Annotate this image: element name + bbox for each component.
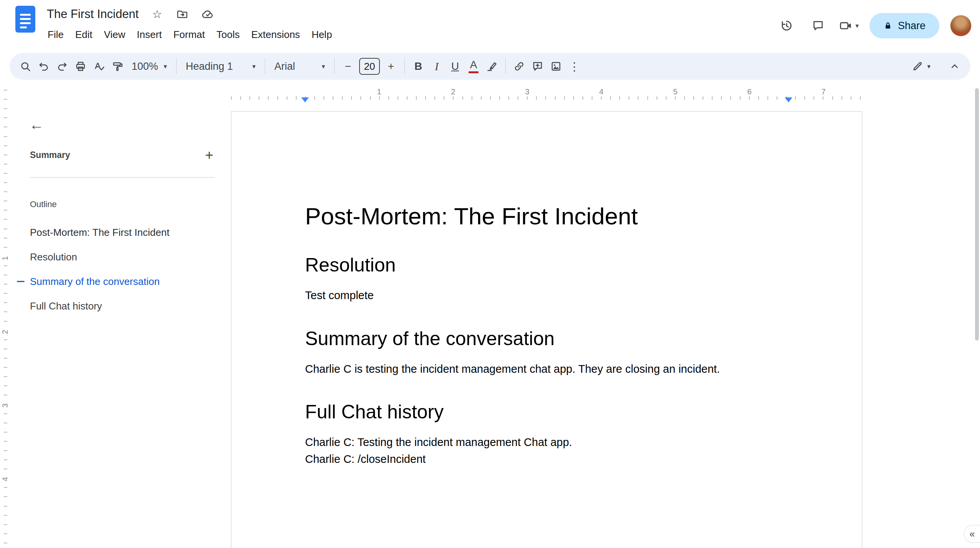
document-page[interactable]: Post-Mortem: The First Incident Resoluti… — [231, 111, 862, 548]
menu-view[interactable]: View — [99, 27, 130, 43]
toolbar-divider — [176, 58, 177, 74]
chevron-down-icon: ▾ — [252, 63, 256, 70]
summary-heading: Summary — [30, 150, 70, 160]
image-icon — [550, 61, 562, 72]
close-outline-button[interactable]: ← — [25, 114, 48, 136]
doc-heading[interactable]: Summary of the conversation — [305, 327, 789, 350]
doc-section-chat-history: Full Chat history Charlie C: Testing the… — [305, 400, 789, 467]
zoom-select[interactable]: 100% ▾ — [127, 58, 172, 75]
editing-mode-select[interactable]: ▾ — [912, 58, 931, 75]
ruler-label: 4 — [599, 87, 603, 96]
highlighter-icon — [486, 61, 498, 72]
add-comment-icon — [532, 61, 543, 72]
undo-button[interactable] — [35, 58, 53, 75]
doc-paragraph[interactable]: Charlie C: /closeIncident — [305, 451, 789, 468]
logo-line — [20, 22, 31, 24]
hide-menus-button[interactable] — [946, 58, 964, 75]
font-size-input[interactable]: 20 — [359, 58, 380, 75]
back-arrow-icon: ← — [29, 117, 44, 133]
menu-help[interactable]: Help — [307, 27, 337, 43]
collapse-chevrons-icon: « — [970, 528, 975, 540]
add-summary-button[interactable]: + — [202, 147, 216, 163]
move-folder-icon[interactable] — [175, 7, 189, 21]
text-color-button[interactable]: A — [465, 58, 482, 75]
redo-button[interactable] — [53, 58, 71, 75]
outline-item-post-mortem[interactable]: Post-Mortem: The First Incident — [11, 220, 223, 245]
horizontal-ruler: 1 2 3 4 5 6 7 — [0, 87, 980, 101]
print-button[interactable] — [72, 58, 89, 75]
highlight-color-button[interactable] — [483, 58, 501, 75]
avatar[interactable] — [950, 15, 972, 36]
join-call-button[interactable]: ▾ — [839, 19, 859, 32]
share-label: Share — [898, 20, 926, 32]
spellcheck-button[interactable] — [90, 58, 108, 75]
menu-tools[interactable]: Tools — [212, 27, 244, 43]
star-icon[interactable]: ☆ — [150, 7, 164, 21]
chevron-down-icon: ▾ — [855, 23, 859, 29]
version-history-button[interactable] — [776, 15, 797, 36]
document-title[interactable]: The First Incident — [47, 7, 139, 21]
menu-insert[interactable]: Insert — [132, 27, 167, 43]
underline-button[interactable]: U — [446, 58, 464, 75]
doc-title-heading[interactable]: Post-Mortem: The First Incident — [305, 202, 789, 230]
share-button[interactable]: Share — [869, 13, 939, 38]
underline-icon: U — [451, 61, 459, 72]
search-menus-button[interactable] — [16, 58, 34, 75]
italic-button[interactable]: I — [428, 58, 445, 75]
paragraph-style-select[interactable]: Heading 1 ▾ — [181, 58, 260, 75]
doc-heading[interactable]: Resolution — [305, 253, 789, 276]
document-content[interactable]: Post-Mortem: The First Incident Resoluti… — [231, 112, 862, 467]
add-comment-button[interactable] — [529, 58, 546, 75]
more-vertical-icon: ⋮ — [569, 60, 580, 73]
outline-item-resolution[interactable]: Resolution — [11, 245, 223, 269]
scrollbar-thumb[interactable] — [975, 88, 979, 341]
current-position-dash — [17, 281, 25, 282]
header: The First Incident ☆ File Edit View Inse… — [0, 0, 980, 51]
right-indent-marker[interactable] — [785, 97, 792, 102]
ruler-label: 3 — [525, 87, 529, 96]
menu-file[interactable]: File — [43, 27, 68, 43]
doc-heading[interactable]: Full Chat history — [305, 400, 789, 423]
cloud-icon — [201, 8, 214, 20]
print-icon — [75, 61, 86, 72]
text-color-swatch — [469, 71, 478, 73]
paint-format-button[interactable] — [109, 58, 126, 75]
folder-icon — [177, 8, 188, 20]
toolbar-divider — [265, 58, 265, 74]
show-side-panel-button[interactable]: « — [964, 525, 980, 543]
title-row: The First Incident ☆ — [47, 5, 214, 23]
doc-paragraph[interactable]: Charlie C is testing the incident manage… — [305, 361, 789, 378]
logo-line — [20, 26, 27, 28]
outline-item-summary-of-conversation[interactable]: Summary of the conversation — [11, 269, 223, 294]
insert-image-button[interactable] — [547, 58, 565, 75]
comments-button[interactable] — [808, 15, 828, 36]
decrease-font-size-button[interactable]: − — [339, 58, 357, 75]
outline-item-full-chat-history[interactable]: Full Chat history — [11, 294, 223, 318]
redo-icon — [56, 61, 68, 72]
menu-format[interactable]: Format — [169, 27, 210, 43]
video-camera-icon — [839, 19, 852, 32]
doc-paragraph[interactable]: Charlie C: Testing the incident manageme… — [305, 434, 789, 451]
header-actions: ▾ Share — [776, 0, 972, 51]
text-color-icon: A — [469, 59, 478, 73]
menu-extensions[interactable]: Extensions — [247, 27, 305, 43]
doc-paragraph[interactable]: Test complete — [305, 287, 789, 304]
search-icon — [20, 61, 31, 72]
menu-edit[interactable]: Edit — [71, 27, 97, 43]
insert-link-button[interactable] — [510, 58, 528, 75]
paint-roller-icon — [112, 61, 123, 72]
font-family-select[interactable]: Arial ▾ — [270, 58, 330, 75]
chevron-down-icon: ▾ — [927, 63, 931, 70]
ruler-label: 4 — [1, 474, 10, 485]
more-options-button[interactable]: ⋮ — [566, 58, 583, 75]
logo-line — [20, 14, 31, 16]
left-indent-marker[interactable] — [301, 97, 309, 102]
cloud-status-icon[interactable] — [201, 7, 214, 21]
docs-logo[interactable] — [15, 6, 35, 33]
style-value: Heading 1 — [186, 61, 233, 72]
pencil-icon — [912, 61, 923, 72]
increase-font-size-button[interactable]: + — [382, 58, 400, 75]
ruler-track[interactable]: 1 2 3 4 5 6 7 — [231, 87, 862, 101]
bold-button[interactable]: B — [409, 58, 427, 75]
chevron-up-icon — [949, 61, 960, 72]
